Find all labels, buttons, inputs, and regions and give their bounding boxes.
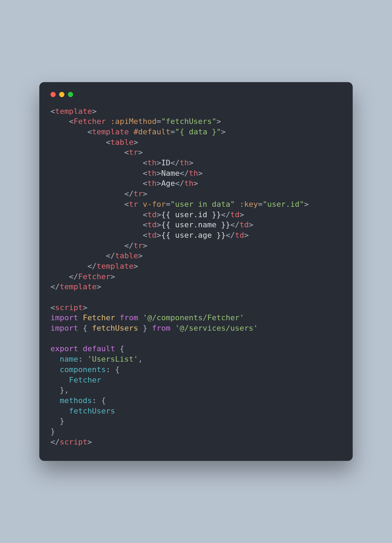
code-token: > — [96, 282, 101, 291]
code-token: default — [83, 344, 115, 353]
code-token — [50, 117, 69, 126]
code-token: > — [244, 231, 249, 239]
code-token — [50, 158, 143, 167]
code-token — [138, 313, 143, 322]
code-token: '@/services/users' — [175, 324, 258, 332]
code-token: td — [240, 220, 249, 229]
maximize-icon[interactable] — [68, 92, 73, 97]
code-token — [235, 200, 240, 208]
code-token: components — [60, 365, 106, 374]
code-token: script — [55, 303, 83, 312]
code-token — [50, 148, 124, 157]
code-token — [170, 324, 175, 332]
code-token: </ — [124, 189, 134, 198]
code-token: : { — [92, 396, 106, 405]
code-token: </ — [230, 220, 240, 229]
code-token: > — [198, 169, 203, 178]
code-token: '@/components/Fetcher' — [143, 313, 244, 322]
code-token: v-for — [143, 200, 166, 208]
code-token: > — [221, 127, 226, 136]
code-token: tr — [129, 200, 138, 208]
code-token — [50, 376, 69, 384]
code-token: > — [189, 158, 193, 167]
code-token: tr — [133, 189, 143, 198]
code-token: </ — [170, 158, 180, 167]
code-token: template — [92, 127, 129, 136]
code-token: script — [60, 438, 87, 446]
code-token: table — [115, 251, 138, 260]
code-token: < — [87, 127, 92, 136]
code-token: import — [50, 324, 78, 332]
code-token: fetchUsers — [92, 324, 138, 332]
code-token: {{ user.id }} — [161, 210, 221, 219]
code-token: td — [147, 210, 157, 219]
code-token: { — [115, 344, 124, 353]
code-token — [50, 200, 124, 208]
close-icon[interactable] — [50, 92, 56, 97]
code-token: </ — [50, 438, 60, 446]
code-token: tr — [133, 241, 143, 250]
code-token: = — [166, 200, 170, 208]
code-token: > — [133, 138, 138, 147]
code-token — [50, 251, 106, 260]
code-token: > — [240, 210, 244, 219]
code-token: td — [147, 220, 157, 229]
code-token: </ — [180, 169, 189, 178]
code-token — [78, 344, 83, 353]
code-token: < — [143, 220, 147, 229]
minimize-icon[interactable] — [59, 92, 64, 97]
code-token — [50, 138, 106, 147]
code-token — [50, 241, 124, 250]
code-token: "{ data }" — [175, 127, 221, 136]
code-token: </ — [221, 210, 230, 219]
code-token: < — [143, 179, 147, 188]
code-token: th — [180, 158, 189, 167]
code-token — [78, 313, 83, 322]
code-token: name — [60, 355, 78, 363]
code-token: }, — [50, 386, 69, 394]
code-token: } — [138, 324, 152, 332]
code-token: th — [189, 169, 198, 178]
code-token: Fetcher — [83, 313, 115, 322]
code-token: Fetcher — [69, 376, 101, 384]
code-token: > — [83, 303, 87, 312]
code-token: > — [157, 169, 161, 178]
code-token: } — [50, 427, 55, 436]
code-token: { — [78, 324, 92, 332]
code-token: = — [157, 117, 161, 126]
code-token: > — [138, 148, 143, 157]
code-token: :key — [240, 200, 258, 208]
code-token: th — [184, 179, 194, 188]
code-token: td — [235, 231, 244, 239]
code-token: </ — [124, 241, 134, 250]
code-token: {{ user.age }} — [161, 231, 226, 239]
code-token: </ — [175, 179, 185, 188]
code-token: td — [147, 231, 157, 239]
code-token: Fetcher — [78, 272, 110, 281]
code-token: th — [147, 179, 157, 188]
code-token: fetchUsers — [69, 407, 115, 415]
code-token: table — [110, 138, 133, 147]
code-token — [50, 127, 87, 136]
code-token: Name — [161, 169, 180, 178]
code-token — [50, 169, 143, 178]
code-token: : { — [106, 365, 120, 374]
code-token — [115, 313, 119, 322]
code-token — [50, 231, 143, 239]
code-token: > — [92, 107, 96, 116]
code-token: </ — [69, 272, 78, 281]
code-token — [50, 355, 60, 363]
code-token: > — [157, 231, 161, 239]
code-token: template — [55, 107, 92, 116]
code-token: > — [133, 262, 138, 270]
code-token — [50, 189, 124, 198]
code-token: import — [50, 313, 78, 322]
code-token: > — [143, 189, 147, 198]
code-token: < — [50, 303, 55, 312]
code-token: "user in data" — [170, 200, 235, 208]
code-token: from — [152, 324, 170, 332]
code-token: th — [147, 169, 157, 178]
code-token: </ — [106, 251, 115, 260]
code-token: < — [143, 158, 147, 167]
code-token: export — [50, 344, 78, 353]
